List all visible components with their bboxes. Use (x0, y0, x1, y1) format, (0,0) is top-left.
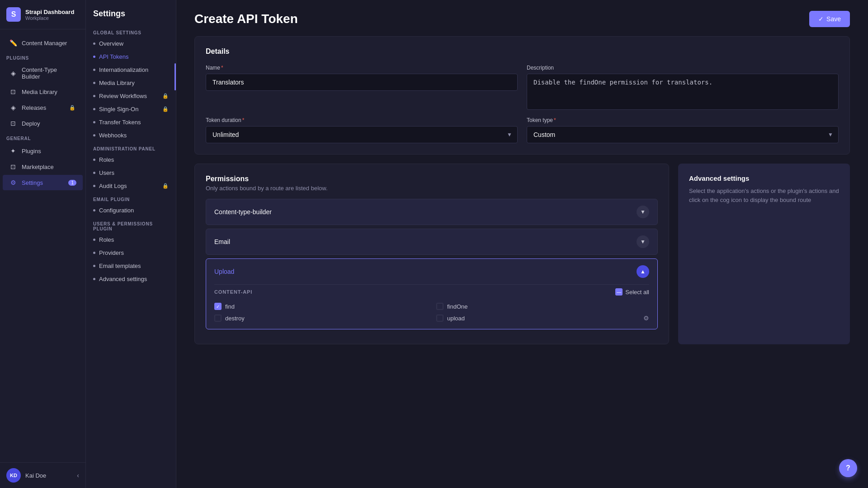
dot-icon (93, 172, 95, 174)
permission-find: ✓ find (214, 303, 427, 310)
required-indicator: * (242, 117, 245, 123)
settings-item-review-workflows[interactable]: Review Workflows 🔒 (86, 89, 176, 103)
token-duration-group: Token duration* Unlimited 7 days 30 days… (206, 117, 518, 143)
permission-upload: upload ⚙ (436, 314, 649, 322)
sidebar-item-label: Settings (22, 179, 43, 186)
settings-item-roles-up[interactable]: Roles (86, 233, 176, 246)
accordion-title-ctb: Content-type-builder (214, 208, 272, 216)
save-label: Save (826, 15, 841, 23)
lock-icon: 🔒 (162, 106, 169, 112)
advanced-settings-description: Select the application's actions or the … (689, 187, 839, 204)
settings-item-audit-logs[interactable]: Audit Logs 🔒 (86, 179, 176, 192)
accordion-header-upload[interactable]: Upload ▲ (206, 259, 657, 284)
main-body: Details Name* Description Disable the fi… (176, 36, 868, 362)
findone-checkbox[interactable] (436, 303, 443, 310)
permissions-description: Only actions bound by a route are listed… (206, 185, 658, 192)
accordion-header-ctb[interactable]: Content-type-builder ▼ (206, 199, 657, 225)
permission-destroy: destroy (214, 314, 427, 322)
save-button[interactable]: ✓ Save (809, 11, 850, 27)
sidebar-item-marketplace[interactable]: ⊡ Marketplace (3, 159, 83, 174)
settings-item-overview[interactable]: Overview (86, 37, 176, 50)
app-title: Strapi Dashboard (25, 9, 74, 15)
plugins-icon: ✦ (9, 147, 17, 155)
sidebar-footer: KD Kai Doe ‹ (0, 462, 85, 488)
token-type-select[interactable]: Read-only Full access Custom (527, 126, 839, 143)
sidebar-item-releases[interactable]: ◈ Releases 🔒 (3, 100, 83, 115)
permissions-main: Permissions Only actions bound by a rout… (194, 164, 669, 344)
token-duration-label: Token duration* (206, 117, 518, 123)
select-all-button[interactable]: — Select all (615, 288, 649, 296)
settings-badge: 1 (68, 180, 76, 186)
settings-item-label: Email templates (99, 263, 141, 269)
token-type-select-wrapper: Read-only Full access Custom ▼ (527, 126, 839, 143)
settings-item-roles[interactable]: Roles (86, 153, 176, 166)
settings-panel: Settings GLOBAL SETTINGS Overview API To… (86, 0, 176, 488)
accordion-header-email[interactable]: Email ▼ (206, 229, 657, 254)
gear-icon[interactable]: ⚙ (643, 314, 649, 322)
settings-item-media-library[interactable]: Media Library (86, 76, 176, 89)
accordion-toggle-upload[interactable]: ▲ (637, 265, 649, 278)
description-input[interactable]: Disable the findOne permission for trans… (527, 74, 839, 110)
permissions-card: Permissions Only actions bound by a rout… (194, 164, 669, 344)
accordion-toggle-email[interactable]: ▼ (637, 235, 649, 248)
sidebar-item-deploy[interactable]: ⊡ Deploy (3, 116, 83, 131)
general-section-label: GENERAL (0, 131, 85, 143)
sidebar-item-content-manager[interactable]: ✏️ Content Manager (3, 35, 83, 51)
email-plugin-label: EMAIL PLUGIN (86, 192, 176, 204)
sidebar-item-label: Marketplace (22, 164, 54, 170)
details-form-row-1: Name* Description Disable the findOne pe… (206, 65, 839, 110)
permissions-title: Permissions (206, 175, 658, 183)
settings-item-label: Users (99, 169, 114, 176)
token-duration-select[interactable]: Unlimited 7 days 30 days 90 days Custom (206, 126, 518, 143)
user-name: Kai Doe (25, 472, 72, 479)
settings-item-transfer-tokens[interactable]: Transfer Tokens (86, 116, 176, 129)
settings-item-providers[interactable]: Providers (86, 246, 176, 259)
destroy-label: destroy (225, 315, 245, 322)
collapse-icon[interactable]: ‹ (77, 472, 79, 479)
dot-icon (93, 95, 95, 97)
users-permissions-label: USERS & PERMISSIONS PLUGIN (86, 217, 176, 233)
sidebar-item-label: Releases (22, 104, 46, 111)
name-input[interactable] (206, 74, 518, 91)
accordion-toggle-ctb[interactable]: ▼ (637, 206, 649, 218)
settings-item-api-tokens[interactable]: API Tokens (86, 50, 176, 63)
accordion-title-email: Email (214, 238, 230, 245)
help-button[interactable]: ? (839, 459, 857, 477)
lock-icon: 🔒 (162, 183, 169, 189)
destroy-checkbox[interactable] (214, 314, 222, 322)
settings-item-configuration[interactable]: Configuration (86, 204, 176, 217)
settings-item-email-templates[interactable]: Email templates (86, 259, 176, 272)
sidebar-item-media-library[interactable]: ⊡ Media Library (3, 84, 83, 99)
token-type-label: Token type* (527, 117, 839, 123)
sidebar-item-settings[interactable]: ⚙ Settings 1 (3, 175, 83, 190)
settings-panel-title: Settings (86, 9, 176, 26)
sidebar-item-plugins[interactable]: ✦ Plugins (3, 143, 83, 159)
content-api-label: CONTENT-API (214, 289, 252, 295)
content-api-header: CONTENT-API — Select all (214, 284, 649, 300)
settings-item-internationalization[interactable]: Internationalization (86, 63, 176, 76)
dot-icon (93, 265, 95, 267)
app-logo: Strapi DashboardS (6, 7, 21, 22)
sidebar-item-content-type-builder[interactable]: ◈ Content-Type Builder (3, 63, 83, 84)
lock-icon: 🔒 (68, 103, 76, 112)
settings-item-advanced-settings[interactable]: Advanced settings (86, 272, 176, 286)
check-icon: ✓ (818, 15, 824, 23)
settings-icon: ⚙ (9, 178, 17, 187)
permissions-grid: ✓ find findOne destroy (214, 300, 649, 322)
details-title: Details (206, 47, 839, 56)
dot-icon (93, 278, 95, 280)
settings-item-users[interactable]: Users (86, 166, 176, 179)
settings-item-single-sign-on[interactable]: Single Sign-On 🔒 (86, 103, 176, 116)
scrollbar-indicator (175, 63, 176, 90)
content-type-icon: ◈ (9, 69, 17, 77)
settings-item-webhooks[interactable]: Webhooks (86, 129, 176, 142)
lock-icon: 🔒 (162, 93, 169, 99)
accordion-title-upload: Upload (214, 268, 234, 275)
app-workspace: Workplace (25, 15, 74, 21)
admin-panel-label: ADMINISTRATION PANEL (86, 142, 176, 153)
upload-checkbox[interactable] (436, 314, 443, 322)
dot-icon (93, 252, 95, 254)
find-checkbox[interactable]: ✓ (214, 303, 222, 310)
settings-item-label: Webhooks (99, 132, 127, 139)
settings-item-label: Transfer Tokens (99, 119, 141, 126)
